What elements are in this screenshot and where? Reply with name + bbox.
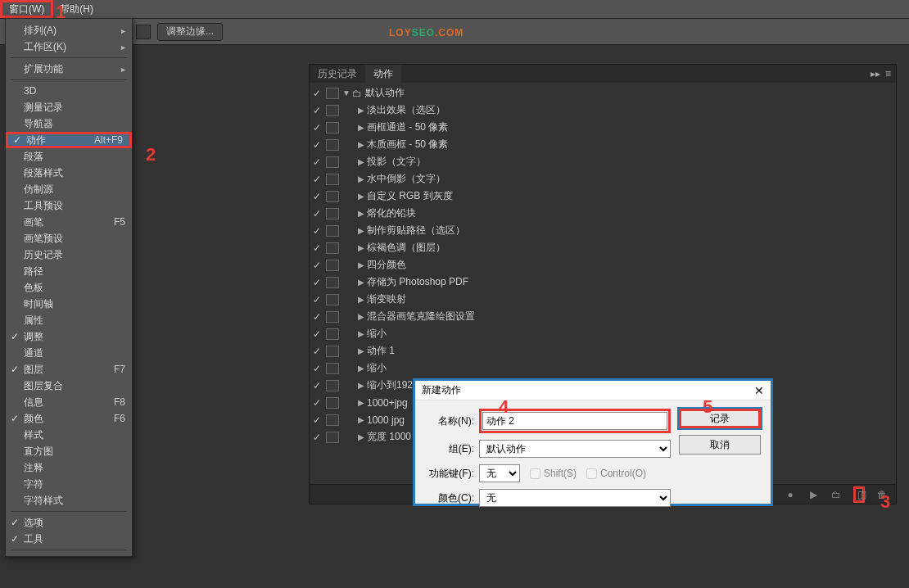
- disclosure-icon[interactable]: ▶: [355, 123, 367, 132]
- play-icon[interactable]: ▶: [807, 489, 819, 500]
- menu-character-styles[interactable]: 字符样式: [6, 492, 132, 509]
- dialog-toggle-icon[interactable]: [326, 156, 339, 168]
- action-row[interactable]: ✓▶存储为 Photoshop PDF: [310, 274, 896, 291]
- record-button[interactable]: 记录: [679, 409, 761, 428]
- menu-properties[interactable]: 属性: [6, 312, 132, 328]
- check-icon[interactable]: ✓: [310, 432, 324, 443]
- dialog-titlebar[interactable]: 新建动作 ✕: [415, 381, 771, 400]
- menu-workspace[interactable]: 工作区(K)▸: [6, 38, 132, 55]
- check-icon[interactable]: ✓: [310, 380, 324, 391]
- menu-layer-comps[interactable]: 图层复合: [6, 378, 132, 394]
- dialog-toggle-icon[interactable]: [326, 277, 339, 288]
- check-icon[interactable]: ✓: [310, 363, 324, 374]
- cancel-button[interactable]: 取消: [679, 435, 761, 455]
- action-row[interactable]: ✓▶渐变映射: [310, 291, 896, 308]
- action-row[interactable]: ✓▶自定义 RGB 到灰度: [310, 188, 896, 205]
- dialog-toggle-icon[interactable]: [326, 432, 339, 443]
- menu-options[interactable]: 选项: [6, 514, 132, 531]
- check-icon[interactable]: ✓: [310, 191, 324, 202]
- new-folder-icon[interactable]: 🗀: [830, 489, 842, 500]
- dialog-toggle-icon[interactable]: [326, 311, 339, 323]
- dialog-toggle-icon[interactable]: [326, 208, 339, 219]
- check-icon[interactable]: ✓: [310, 139, 324, 151]
- disclosure-icon[interactable]: ▶: [355, 381, 367, 390]
- menu-paths[interactable]: 路径: [6, 263, 132, 279]
- menu-styles[interactable]: 样式: [6, 427, 132, 443]
- action-row[interactable]: ✓▶画框通道 - 50 像素: [310, 119, 896, 136]
- menu-history[interactable]: 历史记录: [6, 247, 132, 263]
- menu-timeline[interactable]: 时间轴: [6, 296, 132, 312]
- menu-measure-log[interactable]: 测量记录: [6, 99, 132, 115]
- disclosure-icon[interactable]: ▶: [355, 140, 367, 149]
- action-row[interactable]: ✓▶木质画框 - 50 像素: [310, 136, 896, 153]
- action-row[interactable]: ✓▶缩小: [310, 325, 896, 342]
- action-row[interactable]: ✓▶四分颜色: [310, 256, 896, 274]
- disclosure-icon[interactable]: ▶: [355, 209, 367, 218]
- menu-info[interactable]: 信息F8: [6, 394, 132, 410]
- check-icon[interactable]: ✓: [310, 346, 324, 357]
- dialog-toggle-icon[interactable]: [326, 225, 339, 237]
- dialog-toggle-icon[interactable]: [326, 122, 339, 133]
- action-row[interactable]: ✓▶投影（文字）: [310, 153, 896, 170]
- check-icon[interactable]: ✓: [310, 122, 324, 133]
- menu-histogram[interactable]: 直方图: [6, 443, 132, 459]
- disclosure-icon[interactable]: ▶: [355, 295, 367, 304]
- menu-extensions[interactable]: 扩展功能▸: [6, 61, 132, 77]
- set-select[interactable]: 默认动作: [479, 440, 671, 458]
- action-row[interactable]: ✓▶淡出效果（选区）: [310, 102, 896, 119]
- dialog-toggle-icon[interactable]: [326, 88, 339, 99]
- check-icon[interactable]: ✓: [310, 328, 324, 340]
- menu-navigator[interactable]: 导航器: [6, 115, 132, 132]
- menu-adjustments[interactable]: 调整: [6, 328, 132, 345]
- menu-3d[interactable]: 3D: [6, 83, 132, 99]
- disclosure-icon[interactable]: ▶: [355, 432, 367, 441]
- menu-brush-presets[interactable]: 画笔预设: [6, 230, 132, 247]
- disclosure-icon[interactable]: ▶: [355, 260, 367, 269]
- check-icon[interactable]: ✓: [310, 397, 324, 409]
- action-row[interactable]: ✓▶棕褐色调（图层）: [310, 239, 896, 256]
- control-checkbox[interactable]: Control(O): [586, 468, 646, 479]
- disclosure-icon[interactable]: ▶: [355, 364, 367, 373]
- disclosure-icon[interactable]: ▶: [355, 106, 367, 115]
- disclosure-icon[interactable]: ▶: [355, 398, 367, 407]
- shift-checkbox[interactable]: Shift(S): [530, 468, 577, 479]
- menu-window[interactable]: 窗口(W): [0, 0, 53, 18]
- disclosure-icon[interactable]: ▶: [355, 415, 367, 424]
- disclosure-icon[interactable]: ▶: [355, 226, 367, 235]
- action-set-row[interactable]: ✓ ▼ 🗀 默认动作: [310, 84, 896, 102]
- collapse-icon[interactable]: ▸▸: [871, 68, 880, 79]
- check-icon[interactable]: ✓: [310, 225, 324, 237]
- check-icon[interactable]: ✓: [310, 208, 324, 219]
- menu-layers[interactable]: 图层F7: [6, 361, 132, 378]
- dialog-toggle-icon[interactable]: [326, 328, 339, 340]
- tab-history[interactable]: 历史记录: [310, 65, 365, 83]
- disclosure-icon[interactable]: ▶: [355, 278, 367, 287]
- menu-tools[interactable]: 工具: [6, 531, 132, 547]
- refine-edge-button[interactable]: 调整边缘...: [157, 23, 223, 41]
- menu-channels[interactable]: 通道: [6, 345, 132, 361]
- dialog-toggle-icon[interactable]: [326, 174, 339, 185]
- disclosure-icon[interactable]: ▶: [355, 346, 367, 355]
- disclosure-icon[interactable]: ▶: [355, 192, 367, 201]
- check-icon[interactable]: ✓: [310, 414, 324, 426]
- dialog-toggle-icon[interactable]: [326, 294, 339, 305]
- dialog-toggle-icon[interactable]: [326, 139, 339, 151]
- dialog-toggle-icon[interactable]: [326, 380, 339, 391]
- dialog-toggle-icon[interactable]: [326, 414, 339, 426]
- dialog-toggle-icon[interactable]: [326, 363, 339, 374]
- dialog-toggle-icon[interactable]: [326, 242, 339, 254]
- check-icon[interactable]: ✓: [310, 88, 324, 99]
- menu-paragraph[interactable]: 段落: [6, 148, 132, 165]
- check-icon[interactable]: ✓: [310, 156, 324, 168]
- disclosure-icon[interactable]: ▶: [355, 157, 367, 166]
- dialog-toggle-icon[interactable]: [326, 260, 339, 271]
- record-icon[interactable]: ●: [785, 489, 796, 500]
- check-icon[interactable]: ✓: [310, 294, 324, 305]
- menu-brush[interactable]: 画笔F5: [6, 214, 132, 230]
- menu-swatches[interactable]: 色板: [6, 279, 132, 296]
- action-row[interactable]: ✓▶制作剪贴路径（选区）: [310, 222, 896, 239]
- check-icon[interactable]: ✓: [310, 174, 324, 185]
- disclosure-icon[interactable]: ▶: [355, 174, 367, 183]
- disclosure-icon[interactable]: ▶: [355, 329, 367, 338]
- check-icon[interactable]: ✓: [310, 277, 324, 288]
